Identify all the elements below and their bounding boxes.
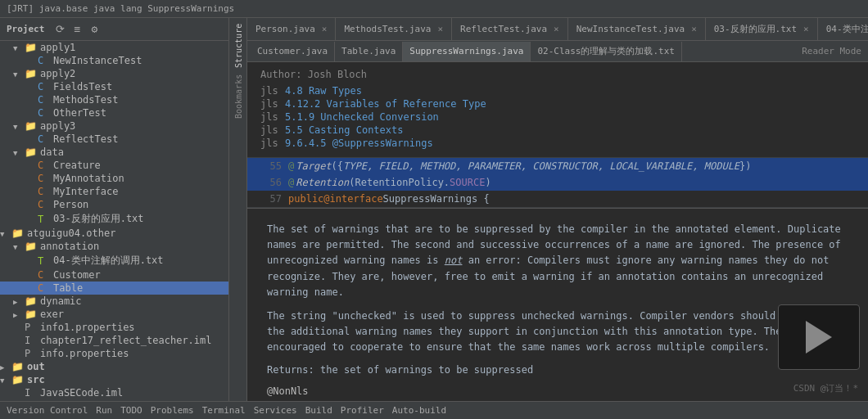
app: [JRT] java.base java lang SuppressWarnin… xyxy=(0,0,868,419)
tree-item[interactable]: 📁 src xyxy=(0,373,228,386)
sidebar: Project ⟳ ≡ ⚙ 📁 apply1 C NewInsta xyxy=(0,18,229,401)
jls-link-2[interactable]: 4.12.2 Variables of Reference Type xyxy=(285,98,486,110)
main-tabs-bar: Person.java× MethodsTest.java× ReflectTe… xyxy=(247,18,868,41)
sec-tab-customer[interactable]: Customer.java xyxy=(251,42,335,61)
author-line: Author: Josh Bloch xyxy=(260,69,855,80)
status-version-control[interactable]: Version Control xyxy=(7,405,88,416)
secondary-tabs-bar: Customer.java Table.java SuppressWarning… xyxy=(247,41,868,62)
tree-item[interactable]: P info1.properties xyxy=(0,321,228,334)
tree-item[interactable]: 📁 apply2 xyxy=(0,67,228,80)
tree-item[interactable]: C ReflectTest xyxy=(0,133,228,146)
settings-icon[interactable]: ⚙ xyxy=(87,22,102,37)
tab-methods[interactable]: MethodsTest.java× xyxy=(336,18,452,41)
tree-item[interactable]: C NewInstanceTest xyxy=(0,54,228,67)
jls-row-5: jls 9.6.4.5 @SuppressWarnings xyxy=(260,137,855,149)
sync-icon[interactable]: ⟳ xyxy=(52,22,67,37)
main-area: Project ⟳ ≡ ⚙ 📁 apply1 C NewInsta xyxy=(0,18,868,401)
jls-link-3[interactable]: 5.1.9 Unchecked Conversion xyxy=(285,111,439,123)
sec-tab-table[interactable]: Table.java xyxy=(335,42,403,61)
editor-area: Person.java× MethodsTest.java× ReflectTe… xyxy=(247,18,868,401)
panel-tabs-vertical: Structure Bookmarks xyxy=(229,18,247,401)
play-icon xyxy=(806,321,832,354)
sec-tab-class[interactable]: 02-Class的理解与类的加载.txt xyxy=(531,42,681,61)
tab-close-person[interactable]: × xyxy=(322,24,328,34)
tree-item[interactable]: C MyAnnotation xyxy=(0,172,228,185)
code-line-57: 57 public @interface SuppressWarnings { xyxy=(247,191,868,207)
status-build[interactable]: Build xyxy=(305,405,332,416)
tree-item[interactable]: C MethodsTest xyxy=(0,93,228,106)
structure-tab[interactable]: Structure xyxy=(231,21,246,70)
jls-row-2: jls 4.12.2 Variables of Reference Type xyxy=(260,98,855,110)
author-label: Author: Josh Bloch xyxy=(260,69,367,80)
tree-item[interactable]: I JavaSECode.iml xyxy=(0,386,228,399)
left-panel: Project ⟳ ≡ ⚙ 📁 apply1 C NewInsta xyxy=(0,18,247,401)
jls-row-4: jls 5.5 Casting Contexts xyxy=(260,124,855,136)
doc-method-section: @NonNls String[] value(); xyxy=(267,385,848,402)
sec-tab-suppress[interactable]: SuppressWarnings.java xyxy=(403,42,531,61)
jls-row-3: jls 5.1.9 Unchecked Conversion xyxy=(260,111,855,123)
jls-link-1[interactable]: 4.8 Raw Types xyxy=(285,85,362,97)
tree-item[interactable]: 📁 out xyxy=(0,360,228,373)
doc-para-1: The set of warnings that are to be suppr… xyxy=(267,222,848,300)
tree-item[interactable]: C Customer xyxy=(0,268,228,282)
status-profiler[interactable]: Profiler xyxy=(341,405,384,416)
tree-item[interactable]: 📁 exer xyxy=(0,308,228,321)
tree-item[interactable]: C Creature xyxy=(0,159,228,172)
tree-item[interactable]: T 04-类中注解的调用.txt xyxy=(0,253,228,268)
tab-person[interactable]: Person.java× xyxy=(247,18,336,41)
status-todo[interactable]: TODO xyxy=(120,405,142,416)
collapse-icon[interactable]: ≡ xyxy=(70,22,84,37)
status-bar: Version Control Run TODO Problems Termin… xyxy=(0,401,868,419)
tree-item[interactable]: C Person xyxy=(0,198,228,211)
tree-item[interactable]: 📁 annotation xyxy=(0,240,228,253)
bookmarks-tab[interactable]: Bookmarks xyxy=(231,72,246,121)
tree-item[interactable]: C OtherTest xyxy=(0,106,228,119)
tree-item[interactable]: T 03-反射的应用.txt xyxy=(0,211,228,227)
doc-panel: The set of warnings that are to be suppr… xyxy=(247,208,868,401)
status-terminal[interactable]: Terminal xyxy=(202,405,246,416)
tab-reflect[interactable]: ReflectTest.java× xyxy=(452,18,568,41)
doc-para-2: The string "unchecked" is used to suppre… xyxy=(267,309,848,356)
project-label: Project xyxy=(7,24,44,34)
code-line-56: 56 @Retention(RetentionPolicy.SOURCE) xyxy=(247,174,868,191)
tab-close-reflect-app[interactable]: × xyxy=(803,24,809,34)
code-line-55: 55 @Target({TYPE, FIELD, METHOD, PARAMET… xyxy=(247,158,868,174)
tree-item[interactable]: 📁 apply3 xyxy=(0,119,228,133)
status-problems[interactable]: Problems xyxy=(151,405,194,416)
jls-link-4[interactable]: 5.5 Casting Contexts xyxy=(285,124,404,136)
javadoc-reference: Author: Josh Bloch jls 4.8 Raw Types jls… xyxy=(247,62,868,158)
tab-close-newinstance[interactable]: × xyxy=(691,24,697,34)
tree-item[interactable]: I chapter17_reflect_teacher.iml xyxy=(0,334,228,347)
tab-close-methods[interactable]: × xyxy=(437,24,443,34)
tree-item[interactable]: 📁 data xyxy=(0,146,228,159)
tree-item-table[interactable]: C Table xyxy=(0,282,228,295)
status-services[interactable]: Services xyxy=(254,405,297,416)
tree-item[interactable]: C MyInterface xyxy=(0,185,228,198)
code-editor: Author: Josh Bloch jls 4.8 Raw Types jls… xyxy=(247,62,868,401)
tab-close-reflect[interactable]: × xyxy=(554,24,559,34)
jls-link-5[interactable]: 9.6.4.5 @SuppressWarnings xyxy=(285,137,433,149)
reader-mode-label: Reader Mode xyxy=(802,46,861,56)
tree-item[interactable]: 📁 atguigu04.other xyxy=(0,227,228,240)
code-lines-section: 55 @Target({TYPE, FIELD, METHOD, PARAMET… xyxy=(247,158,868,208)
tree-item[interactable]: 📁 dynamic xyxy=(0,295,228,308)
tab-annotation-call[interactable]: 04-类中注解的调用.txt× xyxy=(818,18,868,41)
title-bar: [JRT] java.base java lang SuppressWarnin… xyxy=(0,0,868,18)
sidebar-toolbar: ⟳ ≡ ⚙ xyxy=(47,20,106,38)
tab-reflect-app[interactable]: 03-反射的应用.txt× xyxy=(706,18,818,41)
tree-item[interactable]: P info.properties xyxy=(0,347,228,360)
doc-returns: Returns: the set of warnings to be suppr… xyxy=(267,364,848,376)
tree-item[interactable]: 📁 apply1 xyxy=(0,41,228,54)
jls-row-1: jls 4.8 Raw Types xyxy=(260,85,855,97)
doc-annotation: @NonNls xyxy=(267,385,848,397)
tab-newinstance[interactable]: NewInstanceTest.java× xyxy=(568,18,706,41)
title-bar-text: [JRT] java.base java lang SuppressWarnin… xyxy=(7,3,234,14)
tree-item[interactable]: C FieldsTest xyxy=(0,80,228,93)
video-thumbnail[interactable] xyxy=(778,304,860,370)
status-autobuild[interactable]: Auto-build xyxy=(392,405,446,416)
status-run[interactable]: Run xyxy=(96,405,112,416)
sidebar-header: Project ⟳ ≡ ⚙ xyxy=(0,18,228,41)
